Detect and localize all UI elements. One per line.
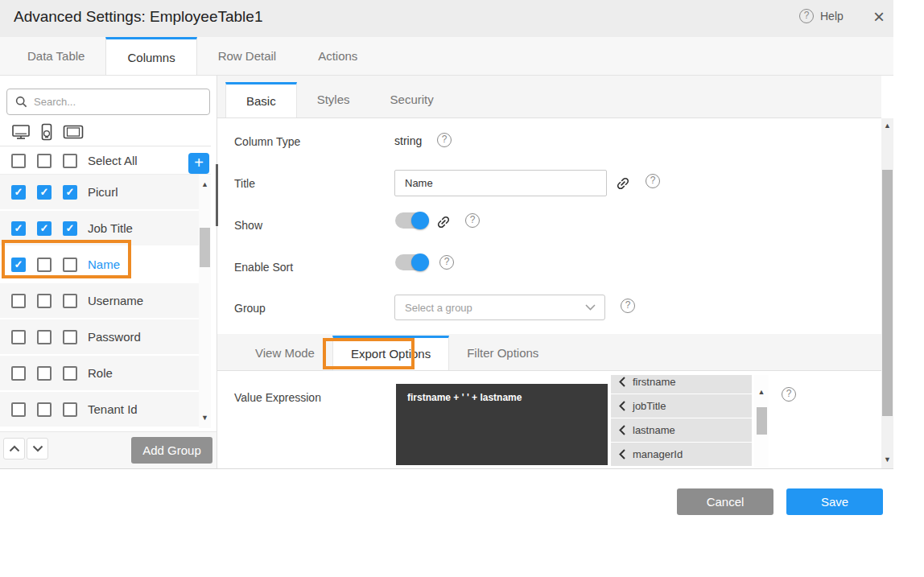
help-icon: ? bbox=[799, 9, 814, 23]
phone-visibility-checkbox[interactable] bbox=[37, 366, 52, 381]
add-column-button[interactable]: + bbox=[188, 153, 209, 174]
group-select[interactable]: Select a group bbox=[394, 295, 605, 320]
tab-styles[interactable]: Styles bbox=[297, 82, 370, 117]
fields-scrollbar[interactable]: ▲ bbox=[754, 375, 769, 467]
tablet-visibility-checkbox[interactable] bbox=[63, 221, 77, 236]
scroll-down-icon[interactable]: ▼ bbox=[881, 455, 893, 464]
phone-visibility-checkbox[interactable] bbox=[37, 330, 52, 344]
column-row-name[interactable]: Name bbox=[0, 247, 199, 283]
phone-visibility-checkbox[interactable] bbox=[37, 185, 52, 200]
desktop-visibility-checkbox[interactable] bbox=[11, 330, 26, 344]
column-label: Tenant Id bbox=[88, 402, 138, 416]
dialog-header: Advanced Settings: EmployeeTable1 bbox=[0, 0, 893, 37]
title-input[interactable] bbox=[394, 170, 607, 196]
field-item-lastname[interactable]: lastname bbox=[611, 418, 752, 442]
tab-columns[interactable]: Columns bbox=[105, 37, 196, 75]
save-button[interactable]: Save bbox=[786, 488, 883, 515]
column-row-password[interactable]: Password bbox=[0, 319, 199, 356]
column-list-scrollbar[interactable]: ▲ ▼ bbox=[199, 175, 211, 428]
field-item-managerid[interactable]: managerId bbox=[611, 443, 752, 466]
desktop-visibility-checkbox[interactable] bbox=[11, 294, 26, 308]
panel-scrollbar[interactable]: ▲ ▼ bbox=[881, 118, 893, 468]
tab-view-mode[interactable]: View Mode bbox=[237, 336, 332, 370]
tab-actions[interactable]: Actions bbox=[297, 37, 378, 75]
column-settings-tab-bar: BasicStylesSecurity bbox=[217, 76, 881, 118]
show-help-icon[interactable]: ? bbox=[465, 213, 480, 228]
desktop-visibility-checkbox[interactable] bbox=[11, 185, 26, 200]
phone-visibility-checkbox[interactable] bbox=[37, 258, 52, 272]
help-button[interactable]: ? Help bbox=[799, 9, 844, 23]
column-type-help-icon[interactable]: ? bbox=[437, 133, 452, 147]
scrollbar-thumb[interactable] bbox=[757, 407, 767, 435]
desktop-visibility-checkbox[interactable] bbox=[11, 258, 26, 272]
column-row-job-title[interactable]: Job Title bbox=[0, 211, 199, 247]
chevron-left-icon bbox=[619, 377, 625, 387]
title-help-icon[interactable]: ? bbox=[646, 174, 660, 188]
value-expression-label: Value Expression bbox=[234, 391, 321, 404]
move-up-button[interactable] bbox=[3, 438, 25, 460]
tablet-visibility-checkbox[interactable] bbox=[63, 366, 77, 381]
tab-security[interactable]: Security bbox=[370, 82, 454, 117]
help-label: Help bbox=[820, 10, 844, 23]
phone-visibility-checkbox[interactable] bbox=[37, 294, 52, 308]
panel-resize-handle[interactable] bbox=[216, 164, 218, 226]
desktop-visibility-checkbox[interactable] bbox=[11, 366, 26, 381]
move-down-button[interactable] bbox=[27, 438, 48, 460]
sidebar-footer: Add Group bbox=[0, 431, 217, 468]
search-input[interactable]: Search... bbox=[6, 89, 210, 115]
advanced-settings-dialog: Advanced Settings: EmployeeTable1 ? Help… bbox=[0, 0, 924, 577]
select-all-checkbox-desktop[interactable] bbox=[11, 154, 26, 168]
desktop-visibility-checkbox[interactable] bbox=[11, 221, 26, 236]
phone-visibility-checkbox[interactable] bbox=[37, 402, 52, 417]
column-label: Role bbox=[88, 366, 113, 380]
chevron-left-icon bbox=[619, 449, 625, 460]
group-select-placeholder: Select a group bbox=[405, 302, 472, 314]
column-label: Job Title bbox=[88, 221, 133, 235]
chevron-up-icon bbox=[9, 445, 20, 452]
column-label: Password bbox=[88, 330, 141, 344]
title-link-icon[interactable] bbox=[615, 175, 631, 192]
scrollbar-thumb[interactable] bbox=[200, 228, 210, 267]
desktop-visibility-checkbox[interactable] bbox=[11, 402, 26, 417]
search-placeholder: Search... bbox=[34, 96, 76, 108]
tab-filter-options[interactable]: Filter Options bbox=[449, 336, 556, 370]
value-expression-help-icon[interactable]: ? bbox=[782, 387, 796, 402]
show-toggle[interactable] bbox=[395, 212, 427, 229]
enable-sort-toggle[interactable] bbox=[395, 254, 427, 270]
tab-row-detail[interactable]: Row Detail bbox=[197, 37, 298, 75]
select-all-checkbox-tablet[interactable] bbox=[63, 154, 77, 168]
scroll-up-icon[interactable]: ▲ bbox=[199, 180, 211, 188]
scrollbar-thumb[interactable] bbox=[882, 170, 893, 416]
dialog-bottom-border bbox=[0, 468, 893, 469]
field-item-firstname[interactable]: firstname bbox=[611, 375, 752, 394]
tab-export-options[interactable]: Export Options bbox=[332, 336, 449, 370]
scroll-up-icon[interactable]: ▲ bbox=[754, 388, 769, 396]
desktop-icon[interactable] bbox=[11, 124, 31, 140]
field-item-jobtitle[interactable]: jobTitle bbox=[611, 394, 752, 418]
tab-basic[interactable]: Basic bbox=[225, 82, 297, 117]
tablet-visibility-checkbox[interactable] bbox=[63, 294, 77, 308]
tab-data-table[interactable]: Data Table bbox=[6, 37, 105, 75]
enable-sort-help-icon[interactable]: ? bbox=[439, 255, 454, 270]
phone-visibility-checkbox[interactable] bbox=[37, 221, 52, 236]
cancel-button[interactable]: Cancel bbox=[677, 488, 773, 515]
add-group-button[interactable]: Add Group bbox=[131, 437, 212, 464]
close-icon[interactable]: × bbox=[869, 6, 889, 28]
show-link-icon[interactable] bbox=[435, 214, 452, 230]
select-all-checkbox-phone[interactable] bbox=[37, 154, 52, 168]
group-help-icon[interactable]: ? bbox=[621, 299, 635, 313]
tablet-visibility-checkbox[interactable] bbox=[63, 402, 77, 417]
column-row-role[interactable]: Role bbox=[0, 356, 199, 392]
scroll-down-icon[interactable]: ▼ bbox=[199, 414, 211, 422]
phone-icon[interactable] bbox=[39, 123, 54, 141]
value-expression-editor[interactable]: firstname + ' ' + lastname bbox=[396, 384, 608, 465]
tablet-visibility-checkbox[interactable] bbox=[63, 185, 77, 200]
column-row-picurl[interactable]: Picurl bbox=[0, 175, 199, 211]
tablet-icon[interactable] bbox=[63, 124, 84, 140]
column-row-tenant-id[interactable]: Tenant Id bbox=[0, 392, 199, 428]
scroll-up-icon[interactable]: ▲ bbox=[881, 122, 893, 130]
expression-fields-panel: firstnamejobTitlelastnamemanagerId ▲ bbox=[609, 375, 769, 467]
column-row-username[interactable]: Username bbox=[0, 283, 199, 319]
tablet-visibility-checkbox[interactable] bbox=[63, 258, 77, 272]
tablet-visibility-checkbox[interactable] bbox=[63, 330, 77, 344]
